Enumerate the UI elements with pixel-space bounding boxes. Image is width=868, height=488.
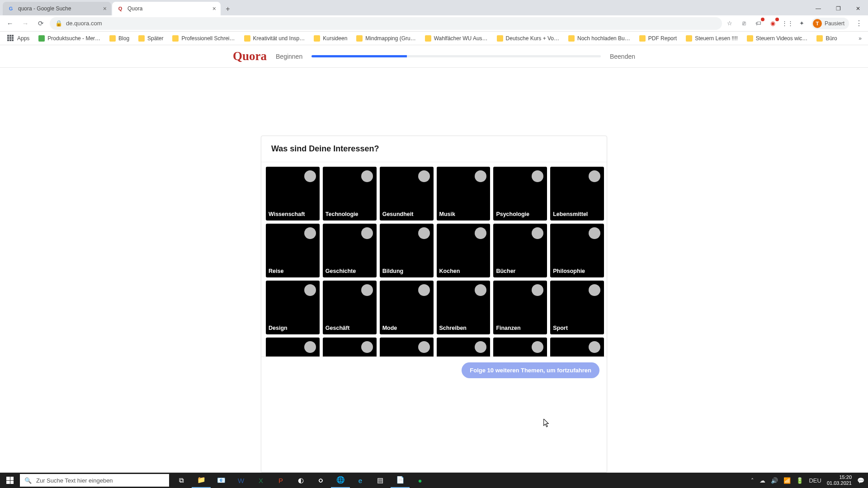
bookmark-label: Büro — [826, 35, 837, 42]
address-bar[interactable]: 🔒 de.quora.com — [50, 17, 722, 30]
edge-icon[interactable]: e — [351, 473, 370, 488]
bookmark-item[interactable]: Deutsche Kurs + Vo… — [493, 35, 563, 42]
progress-bar — [311, 55, 601, 57]
bookmark-item[interactable]: Mindmapping (Gru… — [353, 35, 419, 42]
app-icon[interactable]: ◐ — [291, 473, 310, 488]
topic-tile[interactable] — [380, 338, 434, 357]
battery-icon[interactable]: 🔋 — [796, 477, 803, 484]
chevron-up-icon[interactable]: ˄ — [751, 477, 754, 484]
apps-shortcut[interactable]: Apps — [4, 35, 33, 42]
bookmark-item[interactable]: Wahlfächer WU Aus… — [421, 35, 491, 42]
minimize-icon[interactable]: ― — [808, 2, 828, 15]
topic-tile[interactable]: Geschäft — [323, 281, 377, 334]
bookmark-item[interactable]: Professionell Schrei… — [169, 35, 238, 42]
profile-chip[interactable]: T Pausiert — [811, 18, 849, 29]
reload-button[interactable]: ⟳ — [34, 17, 47, 30]
extension-grid-icon[interactable]: ⋮⋮ — [783, 19, 793, 28]
bookmark-item[interactable]: Steuern Lesen !!!! — [682, 35, 741, 42]
bookmark-item[interactable]: Blog — [106, 35, 133, 42]
clock[interactable]: 15:20 01.03.2021 — [827, 474, 852, 486]
topic-tile[interactable]: Wissenschaft — [266, 167, 320, 221]
topic-tile[interactable]: Geschichte — [323, 224, 377, 277]
end-link[interactable]: Beenden — [610, 53, 635, 60]
bookmark-item[interactable]: Noch hochladen Bu… — [565, 35, 634, 42]
topic-tile[interactable] — [437, 338, 491, 357]
checkbox-circle-icon — [361, 341, 373, 353]
bookmark-item[interactable]: PDF Report — [636, 35, 680, 42]
taskbar-search[interactable]: 🔍 Zur Suche Text hier eingeben — [20, 474, 169, 487]
topic-tile[interactable]: Reise — [266, 224, 320, 277]
maximize-icon[interactable]: ❐ — [828, 2, 848, 15]
language-indicator[interactable]: DEU — [809, 477, 821, 484]
mail-icon[interactable]: 📧 — [212, 473, 231, 488]
volume-icon[interactable]: 🔊 — [771, 477, 778, 484]
topic-tile[interactable]: Mode — [380, 281, 434, 334]
topic-tile[interactable]: Bücher — [493, 224, 547, 277]
tab-quora[interactable]: Q Quora × — [112, 2, 221, 15]
checkbox-circle-icon — [475, 227, 486, 239]
spotify-icon[interactable]: ● — [410, 473, 429, 488]
topic-tile[interactable]: Design — [266, 281, 320, 334]
topic-tile[interactable]: Bildung — [380, 224, 434, 277]
extension-price-icon[interactable]: 🏷 — [754, 19, 764, 28]
bookmark-item[interactable]: Steuern Videos wic… — [743, 35, 811, 42]
extension-adblock-icon[interactable]: ◉ — [768, 19, 778, 28]
topic-tile[interactable]: Philosophie — [550, 224, 604, 277]
extensions-puzzle-icon[interactable]: ✦ — [797, 19, 807, 28]
onedrive-icon[interactable]: ☁ — [760, 477, 765, 484]
chrome-icon[interactable]: 🌐 — [331, 473, 350, 488]
topic-tile[interactable]: Musik — [437, 167, 491, 221]
bookmark-item[interactable]: Produktsuche - Mer… — [35, 35, 104, 42]
excel-icon[interactable]: X — [251, 473, 270, 488]
task-view-icon[interactable]: ⧉ — [172, 473, 191, 488]
notifications-icon[interactable]: 💬 — [857, 477, 864, 484]
topic-tile[interactable] — [493, 338, 547, 357]
follow-topics-button[interactable]: Folge 10 weiteren Themen, um fortzufahre… — [462, 362, 599, 378]
kebab-menu-icon[interactable]: ⋮ — [854, 19, 864, 28]
topics-scroll[interactable]: WissenschaftTechnologieGesundheitMusikPs… — [261, 162, 607, 357]
close-icon[interactable]: × — [212, 5, 216, 12]
topic-tile[interactable]: Lebensmittel — [550, 167, 604, 221]
bookmark-item[interactable]: Später — [135, 35, 167, 42]
obs-icon[interactable]: ⭘ — [311, 473, 330, 488]
topic-tile[interactable] — [550, 338, 604, 357]
topic-tile[interactable]: Gesundheit — [380, 167, 434, 221]
bookmark-item[interactable]: Büro — [813, 35, 840, 42]
word-icon[interactable]: W — [231, 473, 250, 488]
window-controls: ― ❐ ✕ — [808, 2, 868, 15]
bookmark-item[interactable]: Kursideen — [310, 35, 351, 42]
start-button[interactable] — [0, 473, 20, 488]
topic-tile[interactable]: Technologie — [323, 167, 377, 221]
close-window-icon[interactable]: ✕ — [848, 2, 868, 15]
notepad-icon[interactable]: 📄 — [391, 473, 410, 488]
back-button[interactable]: ← — [4, 17, 16, 30]
topic-tile[interactable] — [323, 338, 377, 357]
close-icon[interactable]: × — [103, 5, 107, 12]
topic-tile[interactable]: Sport — [550, 281, 604, 334]
powerpoint-icon[interactable]: P — [271, 473, 290, 488]
browser-chrome: G quora - Google Suche × Q Quora × + ― ❐… — [0, 0, 868, 45]
app-icon[interactable]: ▤ — [371, 473, 390, 488]
bookmarks-overflow-icon[interactable]: » — [856, 35, 864, 42]
star-icon[interactable]: ☆ — [725, 19, 735, 28]
topic-label: Musik — [439, 211, 488, 217]
topic-label: Kochen — [439, 268, 488, 274]
checkbox-circle-icon — [532, 341, 543, 353]
forward-button[interactable]: → — [19, 17, 32, 30]
topic-label: Psychologie — [496, 211, 544, 217]
topic-tile[interactable]: Schreiben — [437, 281, 491, 334]
topic-tile[interactable]: Finanzen — [493, 281, 547, 334]
new-tab-button[interactable]: + — [222, 3, 234, 15]
qr-icon[interactable]: ⎚ — [739, 19, 749, 28]
wifi-icon[interactable]: 📶 — [783, 477, 791, 484]
bookmark-item[interactable]: Kreativität und Insp… — [241, 35, 309, 42]
topic-tile[interactable] — [266, 338, 320, 357]
topic-tile[interactable]: Psychologie — [493, 167, 547, 221]
topic-tile[interactable]: Kochen — [437, 224, 491, 277]
quora-logo[interactable]: Quora — [233, 49, 267, 63]
checkbox-circle-icon — [475, 284, 486, 296]
file-explorer-icon[interactable]: 📁 — [192, 473, 211, 488]
checkbox-circle-icon — [304, 170, 316, 182]
topic-label: Design — [269, 325, 317, 331]
tab-google-search[interactable]: G quora - Google Suche × — [3, 2, 111, 15]
